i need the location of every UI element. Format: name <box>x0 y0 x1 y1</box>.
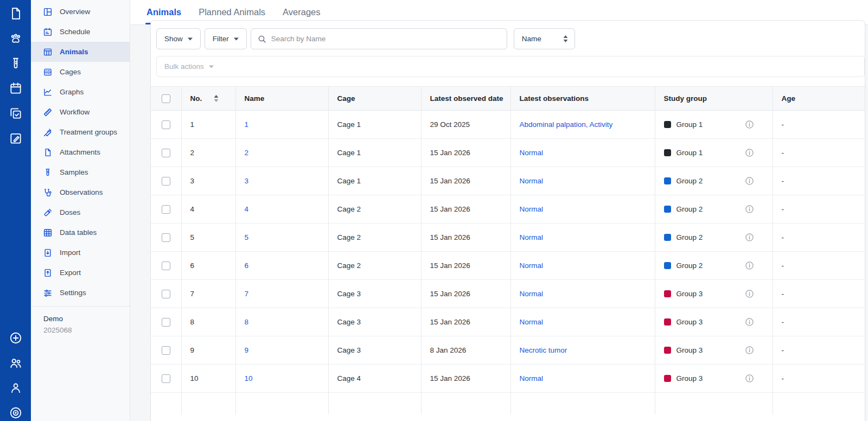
cell-latest-observed-date: 29 Oct 2025 <box>421 111 510 139</box>
sidebar-item-doses[interactable]: Doses <box>31 202 130 222</box>
tab-label: Planned Animals <box>199 7 265 17</box>
row-checkbox[interactable] <box>162 318 170 327</box>
sidebar-item-samples[interactable]: Samples <box>31 162 130 182</box>
group-label: Group 3 <box>676 374 703 382</box>
sidebar-item-attachments[interactable]: Attachments <box>31 142 130 162</box>
cell-age: - <box>773 139 865 167</box>
help-icon[interactable] <box>8 405 24 421</box>
sidebar-item-data-tables[interactable]: Data tables <box>31 222 130 243</box>
study-sidebar: Overview Schedule Animals Cages <box>31 0 130 421</box>
row-checkbox[interactable] <box>162 346 170 355</box>
sidebar-item-label: Settings <box>60 289 86 297</box>
sidebar-item-label: Animals <box>60 48 88 56</box>
sidebar-item-cages[interactable]: Cages <box>31 62 130 82</box>
sidebar-item-animals[interactable]: Animals <box>31 42 130 62</box>
row-checkbox[interactable] <box>162 233 170 242</box>
animal-name-link[interactable]: 7 <box>245 290 249 298</box>
table-header-row: No. Name Cage Latest observed date Lates… <box>151 87 865 111</box>
cell-age: - <box>773 167 865 195</box>
animal-name-link[interactable]: 4 <box>245 205 249 213</box>
paw-icon[interactable] <box>8 30 24 47</box>
sidebar-item-workflow[interactable]: Workflow <box>31 102 130 122</box>
calendar-icon[interactable] <box>8 80 24 97</box>
info-icon[interactable] <box>745 233 754 242</box>
animal-name-link[interactable]: 1 <box>245 120 249 129</box>
latest-observations-link[interactable]: Abdominal palpation, Activity <box>520 120 613 129</box>
sort-arrows-icon[interactable] <box>214 95 219 102</box>
info-icon[interactable] <box>745 346 754 355</box>
team-icon[interactable] <box>8 355 24 371</box>
info-icon[interactable] <box>745 176 754 186</box>
row-checkbox[interactable] <box>162 177 170 186</box>
sidebar-item-overview[interactable]: Overview <box>31 2 130 22</box>
latest-observations-link[interactable]: Normal <box>520 177 544 185</box>
show-button[interactable]: Show <box>156 28 201 49</box>
column-header-latest-observed-date[interactable]: Latest observed date <box>421 87 510 111</box>
latest-observations-link[interactable]: Normal <box>520 374 544 382</box>
animal-name-link[interactable]: 3 <box>245 177 249 185</box>
plus-circle-icon[interactable] <box>8 330 24 346</box>
select-all-checkbox[interactable] <box>162 94 170 103</box>
vial-icon[interactable] <box>8 55 24 72</box>
animal-name-link[interactable]: 10 <box>245 374 253 382</box>
column-header-age[interactable]: Age <box>773 87 865 111</box>
animal-name-link[interactable]: 6 <box>245 261 249 270</box>
column-header-cage[interactable]: Cage <box>328 87 421 111</box>
group-color-swatch <box>664 347 671 354</box>
row-checkbox[interactable] <box>162 149 170 157</box>
sidebar-item-schedule[interactable]: Schedule <box>31 22 130 42</box>
cell-no: 1 <box>181 111 235 139</box>
sidebar-item-graphs[interactable]: Graphs <box>31 82 130 102</box>
group-label: Group 2 <box>676 261 703 270</box>
info-icon[interactable] <box>745 317 754 327</box>
sidebar-item-observations[interactable]: Observations <box>31 182 130 202</box>
user-icon[interactable] <box>8 380 24 396</box>
sliders-icon <box>43 288 53 298</box>
latest-observations-link[interactable]: Normal <box>520 205 544 213</box>
search-input[interactable] <box>271 35 500 43</box>
filter-button[interactable]: Filter <box>205 28 247 49</box>
latest-observations-link[interactable]: Normal <box>520 261 544 270</box>
animal-name-link[interactable]: 5 <box>245 233 249 241</box>
sidebar-item-treatment-groups[interactable]: Treatment groups <box>31 122 130 142</box>
latest-observations-link[interactable]: Normal <box>520 318 544 326</box>
tasks-icon[interactable] <box>8 105 24 122</box>
animal-name-link[interactable]: 8 <box>245 318 249 326</box>
column-header-latest-observations[interactable]: Latest observations <box>510 87 655 111</box>
animal-name-link[interactable]: 2 <box>245 149 249 157</box>
info-icon[interactable] <box>745 374 754 383</box>
info-icon[interactable] <box>745 289 754 298</box>
sort-field-select[interactable]: Name <box>514 28 575 49</box>
sidebar-item-label: Cages <box>60 68 81 76</box>
sort-field-value: Name <box>522 35 541 43</box>
cell-latest-observed-date: 15 Jan 2026 <box>421 139 510 167</box>
sidebar-item-settings[interactable]: Settings <box>31 283 130 303</box>
row-checkbox[interactable] <box>162 120 170 129</box>
bulk-actions-button[interactable]: Bulk actions <box>156 56 865 77</box>
sidebar-item-label: Import <box>60 248 80 257</box>
column-header-study-group[interactable]: Study group <box>655 87 773 111</box>
latest-observations-link[interactable]: Normal <box>520 149 544 157</box>
row-checkbox[interactable] <box>162 205 170 214</box>
study-name: Demo <box>43 315 130 323</box>
sidebar-item-export[interactable]: Export <box>31 263 130 283</box>
row-checkbox[interactable] <box>162 261 170 270</box>
info-icon[interactable] <box>745 120 754 129</box>
group-color-swatch <box>664 206 671 213</box>
animal-name-link[interactable]: 9 <box>245 346 249 354</box>
document-icon[interactable] <box>8 5 24 22</box>
cell-latest-observed-date: 8 Jan 2026 <box>421 336 510 365</box>
note-edit-icon[interactable] <box>8 130 24 146</box>
row-checkbox[interactable] <box>162 290 170 298</box>
column-header-name[interactable]: Name <box>235 87 328 111</box>
latest-observations-link[interactable]: Normal <box>520 233 544 241</box>
column-header-no[interactable]: No. <box>181 87 235 111</box>
info-icon[interactable] <box>745 205 754 214</box>
latest-observations-link[interactable]: Necrotic tumor <box>520 346 567 354</box>
info-icon[interactable] <box>745 148 754 157</box>
sidebar-item-import[interactable]: Import <box>31 243 130 263</box>
cell-no: 7 <box>181 280 235 308</box>
row-checkbox[interactable] <box>162 374 170 383</box>
info-icon[interactable] <box>745 261 754 270</box>
latest-observations-link[interactable]: Normal <box>520 290 544 298</box>
